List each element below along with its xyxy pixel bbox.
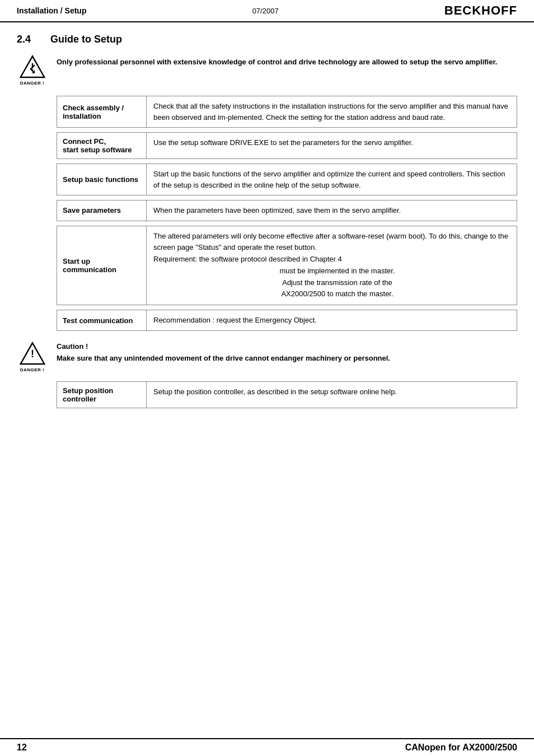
step-label-start-comm: Start up communication [57,226,147,305]
step-label-position-controller: Setup position controller [57,382,147,408]
step-row-test-comm: Test communication Recommendation : requ… [57,310,517,331]
page-header: Installation / Setup 07/2007 BECKHOFF [0,0,534,22]
step-label-save-params: Save parameters [57,200,147,221]
step-desc-check-assembly: Check that all the safety instructions i… [147,96,517,127]
section-number: 2.4 [17,34,50,45]
step-row-check-assembly: Check assembly /installation Check that … [57,96,517,128]
step-row-save-params: Save parameters When the parameters have… [57,200,517,221]
comm-indent-2: Adjust the transmission rate of the [153,277,510,289]
caution-title: Caution ! [57,341,390,353]
page-footer: 12 CANopen for AX2000/2500 [0,738,534,756]
step-label-setup-basic: Setup basic functions [57,164,147,195]
footer-page-number: 12 [17,743,27,753]
danger-icon-bottom: ! DANGER ! [17,341,48,372]
steps-area: Check assembly /installation Check that … [57,96,517,331]
svg-text:!: ! [31,348,34,359]
final-step-area: Setup position controller Setup the posi… [57,381,517,408]
step-label-connect-pc: Connect PC,start setup software [57,133,147,158]
danger-label-bottom: DANGER ! [20,367,45,372]
step-row-connect-pc: Connect PC,start setup software Use the … [57,132,517,159]
danger-icon-top: ☇ ! DANGER ! [17,54,48,86]
intro-warning-text: Only professional personnel with extensi… [57,54,497,68]
svg-text:!: ! [31,62,34,73]
header-brand: BECKHOFF [444,3,517,18]
header-title: Installation / Setup [17,6,86,15]
step-desc-test-comm: Recommendation : request the Emergency O… [147,310,517,330]
caution-section: ! DANGER ! Caution ! Make sure that any … [17,341,517,372]
footer-product: CANopen for AX2000/2500 [405,743,517,753]
danger-triangle-svg-2: ! [18,341,46,366]
step-row-position-controller: Setup position controller Setup the posi… [57,381,517,408]
intro-row: ☇ ! DANGER ! Only professional personnel… [17,54,517,86]
danger-triangle-svg: ☇ ! [18,54,46,80]
step-row-setup-basic: Setup basic functions Start up the basic… [57,164,517,195]
step-desc-save-params: When the parameters have been optimized,… [147,200,517,221]
step-desc-position-controller: Setup the position controller, as descri… [147,382,517,408]
section-title: 2.4 Guide to Setup [17,34,517,45]
step-desc-start-comm: The altered parameters will only become … [147,226,517,305]
step-desc-connect-pc: Use the setup software DRIVE.EXE to set … [147,133,517,158]
danger-label-top: DANGER ! [20,81,45,86]
main-content: 2.4 Guide to Setup ☇ ! DANGER ! Only pro… [0,22,534,430]
section-heading: Guide to Setup [50,34,122,45]
caution-text: Caution ! Make sure that any unintended … [57,341,390,365]
step-row-start-comm: Start up communication The altered param… [57,226,517,306]
step-label-test-comm: Test communication [57,310,147,330]
comm-indent-3: AX2000/2500 to match the master. [153,288,510,300]
step-desc-setup-basic: Start up the basic functions of the serv… [147,164,517,195]
header-date: 07/2007 [252,7,279,15]
step-label-check-assembly: Check assembly /installation [57,96,147,127]
caution-body: Make sure that any unintended movement o… [57,353,390,365]
comm-indent-1: must be implemented in the master. [153,265,510,277]
